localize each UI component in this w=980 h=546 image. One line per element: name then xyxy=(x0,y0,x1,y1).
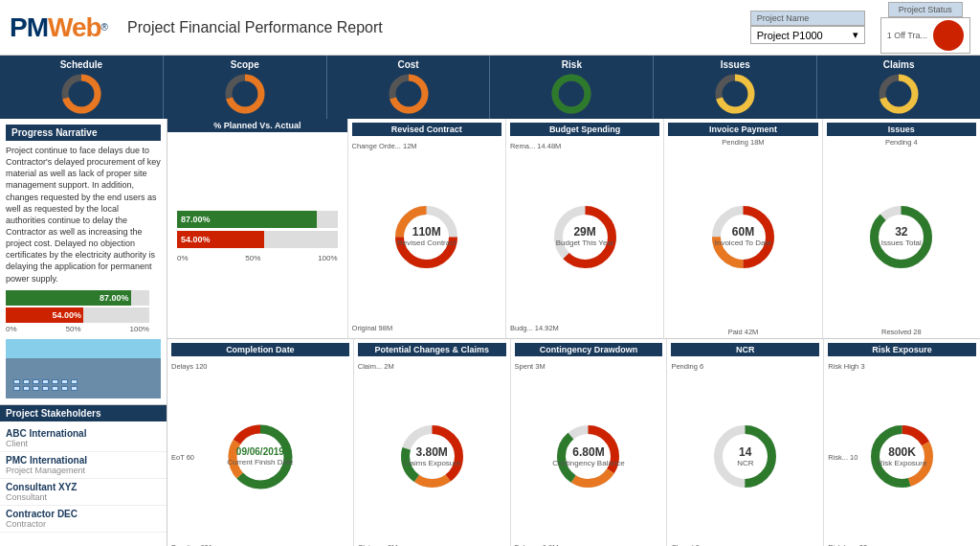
revised-contract-cell: Revised Contract Change Orde... 12M Orig… xyxy=(348,119,506,338)
logo-web: Web xyxy=(48,12,101,43)
issues-sublabel: Issues Total xyxy=(881,239,922,247)
planned-vs-actual: % Planned Vs. Actual 87.00% 54.00% xyxy=(167,119,348,338)
budget-spending-donut-wrap: Rema... 14.48M Budg... 14.92M 29M Budget… xyxy=(510,140,659,334)
invoice-payment-title: Invoice Payment xyxy=(668,123,817,136)
stakeholder-dec: Contractor DEC Contractor xyxy=(0,506,167,533)
invoice-payment-cell: Invoice Payment Pending 18M Paid 42M 60M… xyxy=(664,119,822,338)
risk-exposure-title: Risk Exposure xyxy=(828,343,976,356)
project-status-label: Project Status xyxy=(888,2,963,17)
kpi-cost-label: Cost xyxy=(397,59,418,70)
invoice-ann-t: Pending 18M xyxy=(722,138,764,147)
risk-ann-l: Risk... 10 xyxy=(828,452,858,461)
budget-spending-value: 29M xyxy=(556,226,614,239)
contingency-ann-tl: Spent 3M xyxy=(515,362,546,371)
chevron-down-icon: ▾ xyxy=(853,29,858,41)
logo-pm: PM xyxy=(10,12,48,43)
bar-label-actual: 54.00% xyxy=(52,310,81,320)
risk-exposure-cell: Risk Exposure Risk High 3 Risk... 10 Ris… xyxy=(824,339,980,547)
planned-bar-bg: 87.00% xyxy=(177,211,338,228)
potential-changes-value: 3.80M xyxy=(403,446,460,459)
stakeholder-dec-name: Contractor DEC xyxy=(6,509,161,519)
progress-section: Progress Narrative Project continue to f… xyxy=(0,119,167,405)
stakeholder-xyz-name: Consultant XYZ xyxy=(6,482,161,492)
invoice-donut-wrap: Pending 18M Paid 42M 60M Invoiced To Dat… xyxy=(668,140,817,334)
planned-axis: 0% 50% 100% xyxy=(177,254,338,262)
bar-bg-2: 54.00% xyxy=(6,307,149,323)
header: PMWeb® Project Financial Performance Rep… xyxy=(0,0,980,56)
stakeholder-xyz-role: Consultant xyxy=(6,492,161,502)
main-area: Progress Narrative Project continue to f… xyxy=(0,119,980,546)
project-name-box: Project Name Project P1000 ▾ xyxy=(750,11,865,44)
invoice-value: 60M xyxy=(715,226,771,239)
stakeholders-section: Project Stakeholders ABC International C… xyxy=(0,405,167,533)
actual-bar-fill: 54.00% xyxy=(177,231,264,248)
issues-ann-t: Pending 4 xyxy=(885,138,918,147)
progress-title: Progress Narrative xyxy=(6,125,161,141)
kpi-schedule: Schedule xyxy=(0,56,164,119)
budget-spending-cell: Budget Spending Rema... 14.48M Budg... 1… xyxy=(506,119,664,338)
stakeholder-xyz: Consultant XYZ Consultant xyxy=(0,479,167,506)
budget-ann-bl: Budg... 14.92M xyxy=(510,324,559,332)
page-title: Project Financial Performance Report xyxy=(127,19,750,36)
risk-exposure-donut-wrap: Risk High 3 Risk... 10 Risk Low 23 800K … xyxy=(828,360,976,547)
risk-exposure-value: 800K xyxy=(878,446,927,459)
bar-bg-1: 87.00% xyxy=(6,290,149,306)
completion-date-cell: Completion Date Delays 120 Duration 601 … xyxy=(167,339,354,547)
kpi-cost-donut xyxy=(388,73,430,115)
issues-ann-b: Resolved 28 xyxy=(881,328,922,336)
stakeholder-dec-role: Contractor xyxy=(6,519,161,529)
completion-sublabel: Current Finish Date xyxy=(227,458,293,466)
issues-donut-wrap: Pending 4 Resolved 28 32 Issues Total xyxy=(827,140,976,334)
completion-date-value: 09/06/2019 xyxy=(227,446,293,458)
kpi-scope-donut xyxy=(224,73,266,115)
top-metrics-row: % Planned Vs. Actual 87.00% 54.00% xyxy=(167,119,980,339)
kpi-claims: Claims xyxy=(817,56,980,119)
svg-point-7 xyxy=(555,78,588,110)
kpi-scope: Scope xyxy=(164,56,327,119)
budget-spending-title: Budget Spending xyxy=(510,123,659,136)
stakeholder-abc-name: ABC International xyxy=(6,428,161,439)
potential-changes-donut-wrap: Claim... 2M Claims... 2M 3.80M Claims Ex… xyxy=(358,360,506,547)
invoice-ann-b: Paid 42M xyxy=(728,328,759,336)
kpi-row: Schedule Scope Cost Risk Issues xyxy=(0,56,980,119)
kpi-scope-label: Scope xyxy=(231,59,259,70)
revised-contract-sublabel: Revised Contract xyxy=(397,239,456,247)
kpi-cost: Cost xyxy=(327,56,491,119)
status-text: 1 Off Tra... xyxy=(887,31,927,40)
actual-bar-bg: 54.00% xyxy=(177,231,338,248)
project-name-label: Project Name xyxy=(750,11,865,26)
contingency-sublabel: Contingency Balance xyxy=(552,459,625,467)
planned-title: % Planned Vs. Actual xyxy=(167,119,347,132)
logo: PMWeb® xyxy=(10,12,108,43)
stakeholder-pmc-role: Project Management xyxy=(6,466,161,475)
kpi-risk-donut xyxy=(550,73,592,115)
kpi-schedule-donut xyxy=(60,73,102,115)
bottom-metrics-row: Completion Date Delays 120 Duration 601 … xyxy=(167,339,980,547)
ncr-donut-wrap: Pending 6 Closed 8 14 NCR xyxy=(671,360,819,547)
project-status-content: 1 Off Tra... xyxy=(880,17,970,54)
building-image xyxy=(6,339,161,398)
bar-fill-actual: 54.00% xyxy=(6,307,83,323)
completion-ann-l: EoT 60 xyxy=(171,452,194,461)
contingency-value: 6.80M xyxy=(552,446,625,459)
header-controls: Project Name Project P1000 ▾ Project Sta… xyxy=(750,2,970,54)
revised-contract-donut-wrap: Change Orde... 12M Original 98M 110M Rev… xyxy=(352,140,501,334)
bar-chart: 87.00% 54.00% 0% 50% 100% xyxy=(6,290,161,333)
right-content: % Planned Vs. Actual 87.00% 54.00% xyxy=(167,119,980,546)
ncr-cell: NCR Pending 6 Closed 8 14 NCR xyxy=(667,339,824,547)
stakeholder-abc-role: Client xyxy=(6,439,161,448)
revised-contract-ann-tl: Change Orde... 12M xyxy=(352,142,417,150)
ncr-value: 14 xyxy=(737,446,753,459)
contingency-title: Contingency Drawdown xyxy=(515,343,663,356)
project-status-box: Project Status 1 Off Tra... xyxy=(880,2,970,54)
kpi-schedule-label: Schedule xyxy=(60,59,102,70)
potential-changes-title: Potential Changes & Claims xyxy=(358,343,506,356)
revised-contract-ann-bl: Original 98M xyxy=(352,324,393,332)
budget-ann-tl: Rema... 14.48M xyxy=(510,142,561,150)
stakeholders-title: Project Stakeholders xyxy=(0,405,167,421)
budget-spending-sublabel: Budget This Year xyxy=(556,239,614,247)
project-name-select[interactable]: Project P1000 ▾ xyxy=(750,26,865,44)
ncr-title: NCR xyxy=(671,343,819,356)
revised-contract-value: 110M xyxy=(397,226,456,239)
issues-cell: Issues Pending 4 Resolved 28 32 Issues T… xyxy=(823,119,980,338)
